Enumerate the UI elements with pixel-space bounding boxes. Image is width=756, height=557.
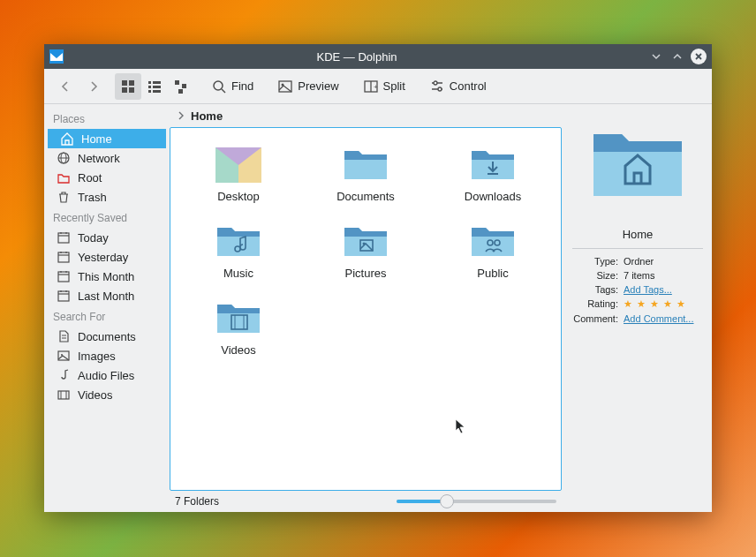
svg-rect-12	[148, 81, 151, 84]
svg-point-31	[438, 87, 442, 91]
svg-rect-20	[178, 89, 183, 94]
control-button[interactable]: Control	[423, 76, 494, 97]
split-button[interactable]: + Split	[357, 76, 412, 97]
file-item-music[interactable]: Music	[190, 219, 287, 280]
trash-icon	[57, 190, 71, 204]
sidebar-item-label: Root	[78, 171, 102, 184]
find-label: Find	[231, 79, 253, 93]
svg-rect-13	[153, 81, 161, 84]
file-label: Pictures	[345, 267, 387, 280]
info-type-value: Ordner	[624, 256, 703, 267]
info-size-key: Size:	[572, 270, 618, 281]
svg-rect-16	[148, 90, 151, 93]
sidebar-item-images[interactable]: Images	[44, 346, 168, 365]
file-view[interactable]: DesktopDocumentsDownloadsMusicPicturesPu…	[170, 127, 562, 491]
file-label: Downloads	[465, 190, 521, 203]
file-label: Music	[223, 267, 253, 280]
file-item-videos[interactable]: Videos	[190, 296, 287, 357]
folder-icon	[341, 142, 390, 184]
close-icon	[694, 52, 703, 61]
dropdown-button[interactable]	[648, 49, 664, 64]
preview-icon	[278, 79, 292, 94]
desktop-folder-icon	[214, 142, 263, 184]
svg-rect-43	[58, 272, 69, 282]
svg-rect-10	[122, 87, 127, 93]
file-label: Public	[477, 267, 508, 280]
sidebar-item-documents[interactable]: Documents	[44, 327, 168, 346]
breadcrumb[interactable]: Home	[170, 104, 562, 127]
zoom-slider[interactable]	[397, 500, 556, 503]
svg-rect-15	[153, 86, 161, 88]
file-item-documents[interactable]: Documents	[317, 142, 414, 203]
find-button[interactable]: Find	[205, 76, 261, 97]
folder-icon	[214, 296, 263, 338]
video-icon	[57, 388, 71, 402]
minimize-button[interactable]	[669, 49, 685, 64]
split-label: Split	[383, 79, 405, 93]
section-places-header: Places	[44, 108, 168, 129]
sidebar-item-root[interactable]: Root	[44, 168, 168, 187]
add-comment-link[interactable]: Add Comment...	[624, 313, 703, 324]
control-label: Control	[450, 79, 487, 93]
sidebar-item-label: This Month	[78, 270, 134, 283]
folder-icon	[214, 219, 263, 261]
preview-button[interactable]: Preview	[271, 76, 345, 97]
sidebar-item-label: Trash	[78, 191, 107, 204]
sidebar-item-label: Home	[81, 132, 112, 146]
file-item-downloads[interactable]: Downloads	[444, 142, 541, 203]
compact-view-button[interactable]	[141, 73, 168, 100]
document-icon	[57, 329, 71, 343]
forward-button[interactable]	[81, 74, 106, 99]
details-view-button[interactable]	[168, 73, 194, 100]
svg-point-29	[434, 81, 437, 85]
file-label: Documents	[336, 190, 395, 203]
app-icon	[49, 49, 64, 64]
chevron-up-icon	[672, 51, 683, 62]
sidebar-item-label: Audio Files	[78, 369, 134, 382]
sidebar-item-last-month[interactable]: Last Month	[44, 286, 168, 305]
image-icon	[57, 349, 71, 363]
rating-stars[interactable]: ★ ★ ★ ★ ★	[624, 298, 703, 310]
sidebar-item-home[interactable]: Home	[48, 129, 166, 148]
icon-view-button[interactable]	[115, 73, 141, 100]
toolbar: Find Preview + Split Control	[44, 69, 712, 104]
svg-rect-19	[182, 84, 186, 88]
svg-rect-9	[129, 80, 134, 86]
tree-icon	[174, 79, 188, 94]
svg-point-21	[214, 81, 223, 90]
information-panel: Home Type:Ordner Size:7 items Tags:Add T…	[563, 104, 712, 512]
svg-text:+: +	[374, 83, 378, 91]
svg-rect-8	[122, 80, 127, 86]
svg-rect-18	[175, 80, 179, 85]
sidebar-item-videos[interactable]: Videos	[44, 385, 168, 404]
file-item-public[interactable]: Public	[444, 219, 541, 280]
sidebar-item-yesterday[interactable]: Yesterday	[44, 247, 168, 267]
back-button[interactable]	[53, 74, 78, 99]
main-panel: Home DesktopDocumentsDownloadsMusicPictu…	[168, 104, 563, 512]
split-icon: +	[364, 79, 378, 94]
sidebar-item-trash[interactable]: Trash	[44, 187, 168, 207]
slider-handle[interactable]	[440, 494, 454, 508]
root-icon	[57, 170, 71, 184]
chevron-right-icon	[177, 111, 185, 120]
sidebar-item-audio-files[interactable]: Audio Files	[44, 365, 168, 385]
close-button[interactable]	[691, 49, 707, 64]
sidebar-item-this-month[interactable]: This Month	[44, 267, 168, 286]
statusbar: 7 Folders	[170, 491, 562, 512]
window-title: KDE — Dolphin	[71, 50, 643, 64]
breadcrumb-current: Home	[191, 109, 223, 123]
sliders-icon	[430, 79, 444, 94]
file-item-pictures[interactable]: Pictures	[317, 219, 414, 280]
add-tags-link[interactable]: Add Tags...	[624, 284, 703, 295]
sidebar-item-label: Last Month	[78, 290, 134, 303]
audio-icon	[57, 368, 71, 382]
sidebar-item-today[interactable]: Today	[44, 228, 168, 247]
info-rating-key: Rating:	[572, 298, 618, 310]
sidebar-item-label: Videos	[78, 388, 113, 402]
sidebar-item-network[interactable]: Network	[44, 148, 168, 168]
folder-icon	[468, 142, 518, 184]
sidebar-item-label: Network	[78, 152, 120, 165]
folder-home-icon	[586, 115, 689, 203]
file-item-desktop[interactable]: Desktop	[190, 142, 287, 203]
grid-icon	[121, 79, 135, 94]
